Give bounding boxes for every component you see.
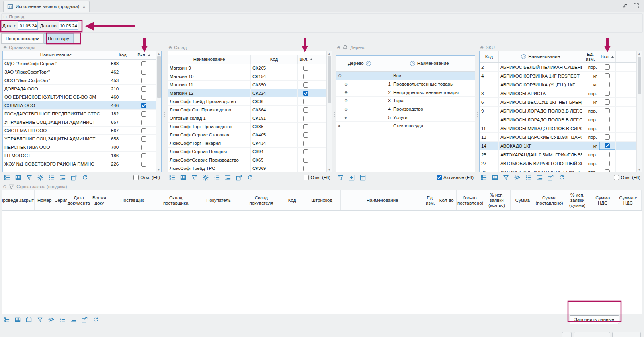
orderlines-column-header[interactable]: Сумма НДС [591,190,615,210]
partial-button[interactable] [562,332,572,337]
include-checkbox[interactable] [141,95,146,100]
panel-splitter[interactable] [164,48,166,181]
numbered-list-icon[interactable] [59,317,65,323]
export-icon[interactable] [236,175,242,181]
view-list-icon[interactable] [169,175,175,181]
grid-settings-icon[interactable] [180,175,186,181]
sku-row[interactable]: 28 АВТОМОБИЛЬ ЖУК 0780 РБ SLIM-PLAST пор… [480,168,636,172]
warehouse-row[interactable]: Магазин 12 СК224 [168,89,326,97]
orderlines-column-header[interactable]: Сумма (поставлено) [535,190,564,210]
tree-row[interactable]: ⊕ 2 Непродовольственные товары [336,88,475,97]
sku-row[interactable]: 2 АБРИКОС БЕЛЫЙ ПЕЛИКАН СУШЕНЫЙ 20 пор. [480,63,636,72]
otm-checkbox[interactable] [304,175,309,180]
warehouse-row[interactable]: ЛюксСофтОпт Производство СК364 [168,106,326,114]
grid-settings-icon[interactable] [15,317,21,323]
edit-icon[interactable] [622,3,628,9]
organization-row[interactable]: ЖЭУ №1 СОВЕТСКОГО РАЙОНА Г.МИНС 226 [3,160,156,168]
sku-row[interactable]: 9 АБРИКОСЫ ЛОРАДО ПОЛОВ.В ЛЕГ.СИР. 4 пор… [480,107,636,115]
include-checkbox[interactable] [605,161,610,166]
column-header-code[interactable]: Код [480,51,499,62]
numbered-list-icon[interactable] [49,175,55,181]
numbered-list-icon[interactable] [214,175,220,181]
include-checkbox[interactable] [141,128,146,133]
tree-footer-toggle[interactable]: Активные (F6) [437,175,474,180]
include-checkbox[interactable] [605,82,610,87]
include-checkbox[interactable] [303,82,308,88]
view-list-icon[interactable] [4,175,10,181]
orderlines-column-header[interactable]: Склад покупателя [242,190,281,210]
include-checkbox[interactable] [141,61,146,66]
tree-expand-icon[interactable]: ⊕ [344,82,350,87]
include-checkbox[interactable] [303,74,308,79]
warehouse-row[interactable]: Магазин 9 СК265 [168,64,326,72]
export-icon[interactable] [71,175,77,181]
column-header-unit[interactable]: Ед. изм. [582,51,599,62]
organization-row[interactable]: УПРАВЛЕНИЕ СОЦ.ЗАЩИТЫ АДМИНИСТ 657 [3,118,156,127]
tree-row[interactable]: ● Стеклопосуда [336,122,475,130]
date-from-input[interactable]: 01.05.24 ▾ [18,21,38,30]
filter-icon[interactable] [338,175,343,181]
column-header-code[interactable]: Код [251,55,298,64]
warehouse-row[interactable]: ЛюксСофтСервис Производство СК65 [168,156,326,164]
scroll-down-icon[interactable]: ▼ [327,167,332,172]
sku-row[interactable]: АБРИКОСЫ ЛОРАДО ПОЛОВ.В ЛЕГ.СИР. 4 пор. [480,115,636,124]
orderlines-column-header[interactable]: Время доку [90,190,108,210]
panel-splitter[interactable] [476,48,478,181]
sort-circle-icon[interactable] [521,54,527,60]
group-list-icon[interactable] [537,175,543,181]
include-checkbox[interactable] [141,70,146,75]
tab-close-icon[interactable]: × [82,4,86,10]
calendar-dropdown-icon[interactable]: ▾ [76,23,78,27]
include-checkbox[interactable] [303,132,308,138]
tree-row[interactable]: ⊕ 1 Продовольственные товары [336,80,475,88]
orderlines-column-header[interactable]: Штрихкод [303,190,341,210]
warehouse-row[interactable]: ЛюксСофтСервис Пекарня СК94 [168,148,326,156]
warehouse-row[interactable]: ЛюксСофтТорг Пекарня СК434 [168,139,326,148]
scroll-down-icon[interactable]: ▼ [637,167,642,172]
tree-expand-icon[interactable]: ● [338,123,343,128]
scroll-up-icon[interactable]: ▲ [327,51,332,56]
sku-row[interactable]: 6 АБРИКОСЫ ВЕС.СУШ 1КГ НЕТ БРЕНДА кг [480,98,636,107]
sku-row[interactable]: 13 АБРИКОСЫ ЦАРСКИЕ СУШ.90Г ЦАРСКИЕ пор. [480,133,636,142]
scrollbar-thumb[interactable] [157,56,161,98]
sku-row[interactable]: 27 АВТОМОБИЛЬ ВИРАЖ ГОНОЧНЫЙ 35127 пор. [480,159,636,168]
tree-row[interactable]: ⊕ 4 Производство [336,105,475,113]
collapse-icon[interactable]: ⊖ [168,45,172,50]
refresh-icon[interactable] [247,175,253,181]
organization-row[interactable]: СИСТЕМА НП ООО 567 [3,127,156,135]
scroll-down-icon[interactable]: ▼ [156,167,161,172]
include-checkbox[interactable] [303,124,308,129]
settings-gear-icon[interactable] [48,317,54,323]
warehouse-row[interactable]: ЛюксСофтТорг Производство СК85 [168,123,326,131]
sku-row[interactable]: 14 АВОКАДО 1КГ кг [480,142,636,150]
tree-expand-icon[interactable]: ⊖ [338,73,343,78]
otm-checkbox[interactable] [133,175,139,180]
calendar-dropdown-icon[interactable]: ▾ [35,23,37,27]
tree-expand-icon[interactable]: ⊕ [344,90,350,95]
orderlines-column-header[interactable]: Код [281,190,303,210]
group-list-icon[interactable] [60,175,66,181]
include-checkbox[interactable] [141,86,146,92]
include-checkbox[interactable] [141,78,146,83]
include-checkbox[interactable] [303,107,308,113]
orderlines-column-header[interactable]: Наименование [341,190,424,210]
scroll-up-icon[interactable]: ▲ [156,51,161,56]
orderlines-column-header[interactable]: Покупатель [195,190,242,210]
organization-row[interactable]: ЗАО "ЛюксСофтТорг" 462 [3,68,156,76]
sku-row[interactable]: 25 АВТОКАРАНДАШ 0.5ММ+ГРИФЕЛЬ 55951 пор. [480,150,636,159]
sort-circle-icon[interactable] [410,60,416,66]
sku-row[interactable]: 8 АБРИКОСЫ АРИСТА пор. [480,89,636,98]
orderlines-table-body[interactable] [2,211,642,314]
column-header-name[interactable]: Наименование [168,55,251,64]
include-checkbox[interactable] [605,134,610,140]
group-list-icon[interactable] [225,175,231,181]
view-list-icon[interactable] [4,317,10,323]
sort-circle-icon[interactable] [365,60,371,66]
column-header-code[interactable]: Код [109,51,136,59]
include-checkbox[interactable] [605,91,610,96]
sku-row[interactable]: 11 АБРИКОСЫ МИКАДО ПОЛОВ.В СИРОПЕ 8 пор. [480,124,636,133]
refresh-icon[interactable] [93,317,99,323]
export-icon[interactable] [82,317,88,323]
scrollbar-thumb[interactable] [328,56,331,103]
date-to-input[interactable]: 10.05.24 ▾ [59,21,78,30]
